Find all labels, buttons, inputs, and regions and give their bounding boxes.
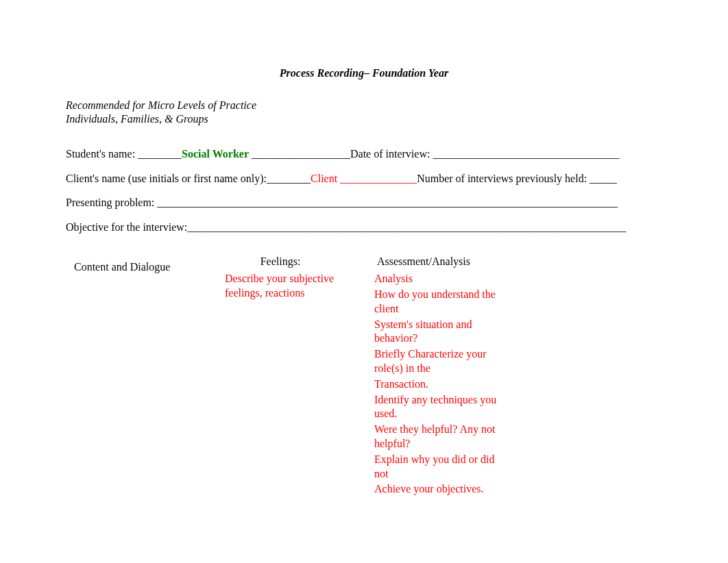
col3-p2: How do you understand the client [374, 288, 509, 316]
col3-p1: Analysis [374, 272, 509, 286]
col3-p6: Identify any techniques you used. [374, 393, 509, 422]
col2-header: Feelings: [225, 255, 363, 269]
col3-header: Assessment/Analysis [374, 255, 509, 269]
col-empty [514, 248, 662, 505]
col3-p8: Explain why you did or did not [374, 453, 509, 481]
col-assessment: Assessment/Analysis Analysis How do you … [369, 248, 514, 505]
date-label: Date of interview: _____________________… [350, 148, 619, 160]
col3-p4: Briefly Characterize your role(s) in the [374, 347, 509, 376]
col3-p3: System's situation and behavior? [374, 318, 509, 347]
col-content-dialogue: Content and Dialogue [66, 248, 219, 505]
student-label: Student's name: ________ [66, 148, 182, 160]
recommended-line1: Recommended for Micro Levels of Practice [66, 99, 662, 112]
client-value: Client ______________ [311, 173, 417, 184]
recording-table: Content and Dialogue Feelings: Describe … [66, 248, 662, 505]
col3-body: Analysis How do you understand the clien… [374, 272, 509, 497]
student-value: Social Worker [182, 148, 249, 160]
num-interviews: Number of interviews previously held: __… [417, 173, 617, 184]
document-title: Process Recording– Foundation Year [66, 67, 662, 79]
client-label: Client's name (use initials or first nam… [66, 173, 311, 184]
col3-p7: Were they helpful? Any not helpful? [374, 423, 509, 451]
recommended-block: Recommended for Micro Levels of Practice… [66, 99, 662, 126]
student-date-line: Student's name: ________Social Worker __… [66, 145, 662, 163]
col-feelings: Feelings: Describe your subjective feeli… [219, 248, 369, 505]
col2-body: Describe your subjective feelings, react… [225, 272, 363, 301]
presenting-problem-line: Presenting problem: ____________________… [66, 194, 662, 212]
student-after-blank: __________________ [249, 148, 350, 160]
recommended-line2: Individuals, Families, & Groups [66, 112, 662, 126]
col1-header: Content and Dialogue [74, 260, 214, 275]
client-interviews-line: Client's name (use initials or first nam… [66, 170, 662, 188]
col3-p5: Transaction. [374, 377, 509, 392]
col3-p9: Achieve your objectives. [374, 482, 509, 497]
objective-line: Objective for the interview:____________… [66, 218, 662, 236]
